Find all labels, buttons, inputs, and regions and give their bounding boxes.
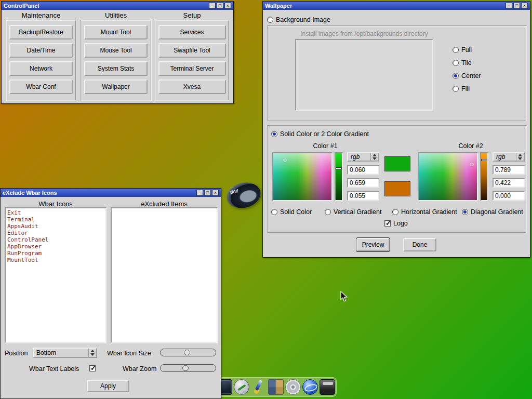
color2-label: Color #2	[418, 142, 524, 150]
exclude-titlebar[interactable]: eXclude Wbar Icons − □ ×	[1, 189, 221, 197]
swapfile-tool-button[interactable]: Swapfile Tool	[158, 43, 226, 58]
wallpaper-window: Wallpaper − □ × Background Image Install…	[262, 1, 530, 258]
logo-checkbox[interactable]: Logo	[384, 220, 408, 227]
color1-r-input[interactable]: 0.060	[347, 165, 379, 175]
diagonal-gradient-radio[interactable]: Diagonal Gradient	[462, 208, 523, 216]
mode-fill-radio[interactable]: Fill	[453, 85, 470, 92]
wbar-conf-button[interactable]: Wbar Conf	[9, 79, 73, 94]
choice-value: rgb	[351, 153, 370, 161]
vertical-gradient-radio[interactable]: Vertical Gradient	[325, 208, 381, 216]
mode-center-radio[interactable]: Center	[453, 72, 481, 79]
close-button[interactable]: ×	[212, 190, 219, 196]
updown-arrows-icon	[370, 153, 378, 161]
mouse-cursor	[340, 291, 348, 302]
updown-arrows-icon	[88, 349, 96, 357]
background-image-radio[interactable]: Background Image	[267, 16, 330, 23]
list-item[interactable]: Exit	[7, 209, 104, 216]
date-time-button[interactable]: Date/Time	[9, 43, 73, 58]
paint-icon[interactable]	[251, 379, 267, 395]
wbar-icons-header: Wbar Icons	[5, 200, 107, 208]
color2-picker[interactable]	[418, 152, 478, 201]
picker-marker	[283, 158, 287, 162]
excluded-items-list[interactable]	[111, 207, 218, 343]
color2-mode-select[interactable]: rgb	[493, 152, 525, 162]
apply-button[interactable]: Apply	[87, 380, 129, 392]
list-item[interactable]: AppBrowser	[7, 243, 104, 250]
logo-text: tiny	[229, 188, 238, 195]
exclude-wbar-icons-window: eXclude Wbar Icons − □ × Wbar Icons eXcl…	[0, 188, 221, 399]
tinycore-logo[interactable]: tiny	[224, 179, 263, 212]
wbar-zoom-slider[interactable]	[160, 364, 216, 372]
wbar-text-labels-checkbox[interactable]	[89, 365, 96, 371]
radio-circle	[271, 131, 277, 137]
radio-circle	[271, 209, 277, 215]
xvesa-button[interactable]: Xvesa	[158, 79, 226, 94]
checkbox-box	[89, 365, 96, 371]
slider-thumb[interactable]	[481, 159, 487, 161]
position-select[interactable]: Bottom	[33, 348, 97, 358]
preview-button[interactable]: Preview	[356, 238, 390, 251]
wbar-icon-size-label: Wbar Icon Size	[107, 350, 151, 357]
done-button[interactable]: Done	[403, 238, 436, 251]
maintenance-group: Backup/Restore Date/Time Network Wbar Co…	[6, 20, 76, 101]
list-item[interactable]: MountTool	[7, 257, 104, 263]
maximize-button[interactable]: □	[513, 3, 520, 9]
app-browser-icon[interactable]	[302, 379, 318, 395]
control-panel-window: ControlPanel − □ × Maintenance Utilities…	[1, 1, 234, 104]
apps-audit-icon[interactable]	[268, 379, 284, 395]
image-list[interactable]	[295, 39, 433, 111]
list-item[interactable]: AppsAudit	[7, 223, 104, 230]
printer-icon[interactable]	[320, 379, 335, 395]
list-item[interactable]: Editor	[7, 230, 104, 236]
mount-tool-button[interactable]: Mount Tool	[84, 25, 148, 39]
system-stats-button[interactable]: System Stats	[84, 61, 148, 76]
radio-circle	[325, 209, 331, 215]
color1-value-slider[interactable]	[335, 152, 343, 201]
close-button[interactable]: ×	[521, 3, 528, 9]
color2-value-slider[interactable]	[480, 152, 488, 201]
terminal-server-button[interactable]: Terminal Server	[158, 61, 226, 76]
minimize-button[interactable]: −	[506, 3, 512, 9]
mount-tool-icon[interactable]	[285, 379, 301, 395]
radio-circle	[453, 60, 459, 66]
services-button[interactable]: Services	[158, 25, 226, 39]
mouse-tool-button[interactable]: Mouse Tool	[84, 43, 148, 58]
checkbox-box	[384, 220, 391, 227]
network-button[interactable]: Network	[9, 61, 73, 76]
color1-b-input[interactable]: 0.055	[347, 191, 379, 201]
minimize-button[interactable]: −	[196, 190, 203, 196]
wallpaper-titlebar[interactable]: Wallpaper − □ ×	[263, 2, 530, 10]
wbar-zoom-label: Wbar Zoom	[123, 365, 156, 373]
control-panel-titlebar[interactable]: ControlPanel − □ ×	[2, 2, 233, 10]
list-item[interactable]: Terminal	[7, 216, 104, 223]
maximize-button[interactable]: □	[204, 190, 211, 196]
horizontal-gradient-radio[interactable]: Horizontal Gradient	[392, 208, 457, 216]
slider-thumb[interactable]	[184, 350, 190, 355]
mode-tile-radio[interactable]: Tile	[453, 59, 472, 66]
wallpaper-button[interactable]: Wallpaper	[84, 79, 148, 94]
list-item[interactable]: ControlPanel	[7, 236, 104, 243]
window-title: eXclude Wbar Icons	[3, 189, 195, 197]
color2-r-input[interactable]: 0.789	[493, 165, 525, 175]
minimize-button[interactable]: −	[209, 3, 216, 9]
color2-b-input[interactable]: 0.000	[493, 191, 525, 201]
close-button[interactable]: ×	[224, 3, 231, 9]
wbar-icons-list[interactable]: Exit Terminal AppsAudit Editor ControlPa…	[5, 207, 107, 343]
maximize-button[interactable]: □	[217, 3, 223, 9]
solid-gradient-radio[interactable]: Solid Color or 2 Color Gradient	[271, 130, 369, 138]
list-item[interactable]: RunProgram	[7, 250, 104, 257]
color1-mode-select[interactable]: rgb	[347, 152, 379, 162]
position-label: Position	[5, 350, 28, 357]
mode-full-radio[interactable]: Full	[453, 46, 472, 54]
backup-restore-button[interactable]: Backup/Restore	[9, 25, 73, 39]
color2-g-input[interactable]: 0.422	[493, 178, 525, 188]
slider-thumb[interactable]	[182, 365, 189, 371]
solid-color-radio[interactable]: Solid Color	[271, 208, 312, 216]
color1-picker[interactable]	[272, 152, 332, 201]
radio-circle	[462, 209, 468, 215]
utilities-header: Utilities	[80, 11, 152, 19]
color1-g-input[interactable]: 0.659	[347, 178, 379, 188]
wbar-icon-size-slider[interactable]	[160, 349, 216, 356]
editor-icon[interactable]	[234, 379, 249, 395]
slider-thumb[interactable]	[336, 167, 342, 169]
